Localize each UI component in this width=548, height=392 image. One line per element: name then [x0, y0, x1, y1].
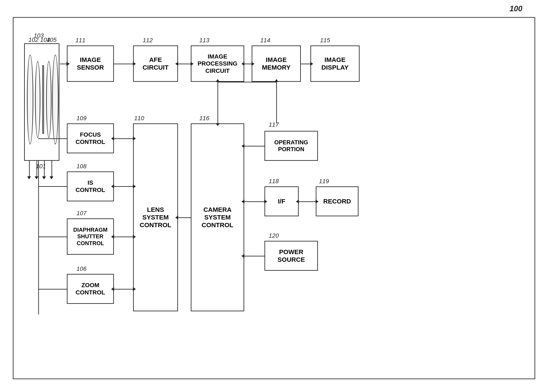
image-display-block: IMAGE DISPLAY	[310, 45, 360, 82]
arrow-focus-to-lens	[114, 138, 133, 139]
is-control-block: IS CONTROL	[67, 171, 114, 201]
arrow-lens-to-sensor	[60, 64, 67, 64]
arrow-zoom-to-lens	[114, 289, 133, 289]
image-processing-block: IMAGE PROCESSING CIRCUIT	[191, 45, 244, 82]
focus-control-block: FOCUS CONTROL	[67, 123, 114, 153]
ref-117: 117	[269, 121, 279, 128]
afe-circuit-block: AFE CIRCUIT	[133, 45, 178, 82]
ref-108: 108	[77, 163, 86, 170]
arrow-memory-to-display	[301, 64, 310, 64]
left-bus-vertical	[38, 161, 39, 315]
image-sensor-block: IMAGE SENSOR	[67, 45, 114, 82]
lens-assembly	[24, 43, 59, 161]
camera-system-block: CAMERA SYSTEM CONTROL	[191, 123, 244, 311]
ref-115: 115	[320, 37, 330, 44]
ref-107: 107	[77, 210, 86, 217]
ref-119: 119	[319, 178, 329, 185]
ref-106: 106	[77, 265, 86, 272]
arrow-camera-to-lens	[178, 217, 191, 218]
ref-118: 118	[269, 178, 279, 185]
ref-116: 116	[199, 115, 209, 122]
ref-111: 111	[75, 37, 85, 44]
arrow-camera-to-operating	[244, 146, 264, 147]
line-bus-to-zoom	[38, 289, 67, 289]
arrow-ipc-to-camera-v	[218, 82, 218, 123]
line-bus-to-is	[38, 186, 67, 187]
arrow-if-to-record	[299, 201, 316, 202]
line-bus-to-focus	[38, 138, 67, 139]
ref-110: 110	[134, 115, 144, 122]
arrow-sensor-to-afe	[114, 64, 133, 64]
ref-113: 113	[199, 37, 209, 44]
image-memory-block: IMAGE MEMORY	[252, 45, 301, 82]
record-block: RECORD	[316, 186, 358, 216]
arrow-diaphragm-to-lens	[114, 237, 133, 237]
zoom-control-block: ZOOM CONTROL	[67, 274, 114, 304]
diaphragm-block: DIAPHRAGM SHUTTER CONTROL	[67, 218, 114, 255]
ref-100-label: 100	[510, 4, 522, 13]
if-block: I/F	[264, 186, 299, 216]
ref-109: 109	[77, 115, 86, 122]
arrow-camera-to-if	[244, 201, 264, 202]
arrow-camera-to-memory-h	[218, 82, 276, 82]
arrow-ipc-to-memory	[244, 64, 252, 64]
ref-120: 120	[269, 232, 279, 239]
ref-112: 112	[143, 37, 153, 44]
arrow-afe-to-ipc	[178, 64, 191, 64]
operating-portion-block: OPERATING PORTION	[264, 131, 318, 161]
line-bus-to-diaphragm	[38, 237, 67, 237]
lens-system-block: LENS SYSTEM CONTROL	[133, 123, 178, 311]
arrow-camera-to-memory-v	[276, 82, 277, 123]
power-source-block: POWER SOURCE	[264, 241, 318, 271]
arrow-is-to-lens	[114, 186, 133, 187]
ref-114: 114	[260, 37, 270, 44]
ref-105: 105	[47, 36, 57, 43]
arrow-camera-to-power	[244, 256, 264, 256]
ref-101: 101	[36, 163, 46, 170]
diagram-container: 102 103 104 105 101 111 IMAGE SENSOR 112…	[13, 17, 535, 379]
